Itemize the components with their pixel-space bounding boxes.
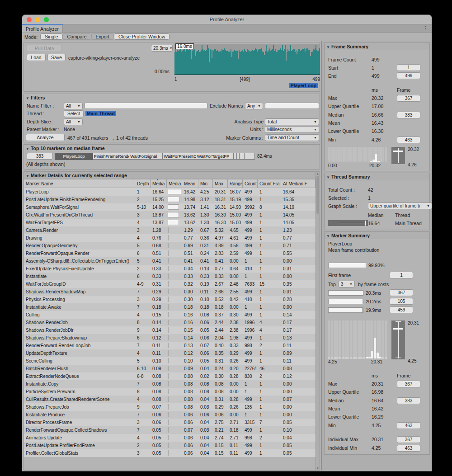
first-frame-button[interactable]: 1 bbox=[390, 272, 413, 278]
marker-histogram[interactable] bbox=[328, 320, 387, 358]
kebab-menu-icon[interactable]: ⋮ bbox=[423, 24, 432, 33]
table-header[interactable]: Marker NameDepthMediaMediaMeanMinMaxRang… bbox=[24, 179, 315, 188]
pull-data-button[interactable]: Pull Data bbox=[27, 45, 62, 52]
table-row[interactable]: FixedUpdate.PhysicsFixedUpdate20.330.340… bbox=[24, 265, 315, 273]
mode-button-compare[interactable]: Compare bbox=[62, 33, 91, 40]
top10-segment[interactable] bbox=[229, 153, 234, 160]
depth-slice-dropdown[interactable]: All▼ bbox=[64, 118, 83, 125]
goto-frame-button[interactable]: 105 bbox=[390, 298, 413, 305]
graph-scale-dropdown[interactable]: Upper quartile of frame ti▼ bbox=[368, 203, 432, 209]
table-row[interactable]: SceneCulling50.100.100.050.310.2649910.1… bbox=[24, 357, 315, 365]
collapse-triangle-icon[interactable]: ▼ bbox=[26, 174, 29, 178]
table-row[interactable]: BatchRenderer.Flush6-100.090.090.040.240… bbox=[24, 365, 315, 372]
marker-boxplot[interactable] bbox=[391, 320, 405, 359]
table-row[interactable]: RenderForward.RenderLoopJob70.110.130.07… bbox=[24, 342, 315, 349]
table-row[interactable]: CullResults.CreateSharedRendererScene40.… bbox=[24, 396, 315, 403]
mode-button-export[interactable]: Export bbox=[91, 33, 114, 40]
goto-frame-button[interactable]: 463 bbox=[397, 137, 420, 143]
goto-frame-button[interactable]: 383 bbox=[397, 112, 420, 118]
top10-segment[interactable] bbox=[245, 153, 255, 160]
column-header-count-fra[interactable]: Count Fra bbox=[258, 179, 281, 188]
table-row[interactable]: Physics.Processing30.290.300.100.520.424… bbox=[24, 296, 315, 303]
marker-columns-dropdown[interactable]: Time and Count▼ bbox=[265, 134, 319, 141]
save-button[interactable]: Save bbox=[47, 54, 66, 61]
column-header-media[interactable]: Media bbox=[167, 179, 182, 188]
table-row[interactable]: ExtractRenderNodeQueue6-80.080.080.020.3… bbox=[24, 372, 315, 380]
table-row[interactable]: Instantiate60.330.330.330.330.00110.00 bbox=[24, 273, 315, 280]
tab-profile-analyzer[interactable]: Profile Analyzer bbox=[22, 24, 63, 33]
top10-segment-playerloop[interactable]: PlayerLoop bbox=[55, 153, 93, 160]
minimize-window-icon[interactable] bbox=[35, 17, 40, 22]
table-row[interactable]: PlayerLoop116.6416.424.2520.3116.0749911… bbox=[24, 188, 315, 196]
frame-histogram[interactable] bbox=[328, 147, 387, 162]
analyze-button[interactable]: Analyze bbox=[26, 134, 65, 141]
top10-marker-bar[interactable]: PlayerLoopFinishFrameRenderinWaitForSign… bbox=[55, 153, 255, 160]
table-row[interactable]: Profiler.CollectGlobalStats30.050.060.04… bbox=[24, 449, 315, 457]
goto-frame-button[interactable]: 367 bbox=[390, 289, 413, 296]
table-row[interactable]: Shadows.RenderJob80.140.160.062.442.3819… bbox=[24, 319, 315, 326]
top10-segment-finishframerenderin[interactable]: FinishFrameRenderin bbox=[93, 153, 129, 160]
mode-button-single[interactable]: Single bbox=[40, 33, 62, 40]
table-row[interactable]: Instantiate.Produce70.060.060.060.060.00… bbox=[24, 411, 315, 419]
table-row[interactable]: Director.ProcessFrame30.060.060.042.752.… bbox=[24, 419, 315, 426]
goto-frame-button[interactable]: 367 bbox=[397, 381, 420, 387]
table-row[interactable]: Culling40.150.160.080.370.3049910.14 bbox=[24, 311, 315, 319]
close-window-icon[interactable] bbox=[27, 17, 32, 22]
mode-button-close-profiler-window[interactable]: Close Profiler Window bbox=[114, 33, 170, 40]
table-row[interactable]: UpdateDepthTexture40.110.120.060.350.294… bbox=[24, 349, 315, 357]
column-header-depth[interactable]: Depth bbox=[135, 179, 151, 188]
column-header-at-median-f[interactable]: At Median F bbox=[281, 179, 315, 188]
table-row[interactable]: Render.OpaqueGeometry50.680.690.314.894.… bbox=[24, 242, 315, 250]
column-header-min[interactable]: Min bbox=[198, 179, 213, 188]
frame-boxplot[interactable] bbox=[391, 147, 405, 164]
scroll-up-icon[interactable]: ▲ bbox=[316, 172, 319, 175]
collapse-triangle-icon[interactable]: ▼ bbox=[26, 96, 29, 100]
table-row[interactable]: Animators.Update40.050.060.042.742.71998… bbox=[24, 434, 315, 442]
thread-select-button[interactable]: Select bbox=[64, 110, 84, 117]
goto-frame-button[interactable]: 463 bbox=[397, 422, 420, 429]
goto-frame-button[interactable]: 463 bbox=[397, 445, 420, 452]
table-row[interactable]: PostLateUpdate.FinishFrameRendering215.2… bbox=[24, 196, 315, 203]
exclude-mode-dropdown[interactable]: Any▼ bbox=[245, 103, 263, 109]
scrollbar-thumb[interactable] bbox=[316, 176, 319, 214]
top10-segment-waitfortargetfps[interactable]: WaitForTargetFPS bbox=[196, 153, 230, 160]
table-row[interactable]: Drawing40.760.770.364.974.6149910.77 bbox=[24, 234, 315, 242]
start-frame-button[interactable]: 1 bbox=[397, 64, 420, 71]
column-header-mean[interactable]: Mean bbox=[182, 179, 198, 188]
table-row[interactable]: WaitForJobGroupID4-90.310.320.192.672.48… bbox=[24, 280, 315, 288]
table-row[interactable]: PostLateUpdate.ProfilerEndFrame20.050.06… bbox=[24, 442, 315, 449]
table-row[interactable]: ParticleSystem.Prewarm80.080.080.080.080… bbox=[24, 388, 315, 396]
table-row[interactable]: RenderForwardOpaque.CollectShadows70.050… bbox=[24, 426, 315, 434]
thread-whisker-graph[interactable] bbox=[328, 220, 368, 226]
units-dropdown[interactable]: Milliseconds▼ bbox=[265, 126, 319, 133]
table-row[interactable]: Assembly-CSharp.dll!::Collectable.OnTrig… bbox=[24, 257, 315, 265]
analysis-type-dropdown[interactable]: Total▼ bbox=[265, 118, 319, 125]
goto-frame-button[interactable]: 383 bbox=[397, 397, 420, 404]
top10-segment[interactable] bbox=[234, 153, 237, 160]
range-scale-dropdown[interactable]: 20.3ms▼ bbox=[151, 45, 173, 52]
load-button[interactable]: Load bbox=[27, 54, 46, 61]
column-header-marker-name[interactable]: Marker Name bbox=[24, 179, 135, 188]
table-row[interactable]: Instantiate.Copy70.080.080.080.080.00110… bbox=[24, 380, 315, 388]
end-frame-button[interactable]: 499 bbox=[397, 72, 420, 79]
name-filter-mode-dropdown[interactable]: All▼ bbox=[64, 103, 83, 109]
collapse-triangle-icon[interactable]: ▼ bbox=[326, 45, 330, 49]
exclude-names-input[interactable] bbox=[265, 103, 319, 109]
table-row[interactable]: Camera.Render31.281.290.675.324.6549911.… bbox=[24, 226, 315, 234]
table-row[interactable]: Gfx.WaitForPresentOnGfxThread313.8713.62… bbox=[24, 211, 315, 219]
collapse-triangle-icon[interactable]: ▼ bbox=[326, 234, 330, 238]
column-header-count[interactable]: Count bbox=[243, 179, 258, 188]
table-row[interactable]: RenderForwardOpaque.Render60.510.510.242… bbox=[24, 250, 315, 257]
goto-frame-button[interactable]: 367 bbox=[397, 95, 420, 102]
column-header-media[interactable]: Media bbox=[151, 179, 167, 188]
table-row[interactable]: Semaphore.WaitForSignal5-1014.0013.741.4… bbox=[24, 203, 315, 211]
collapse-triangle-icon[interactable]: ▼ bbox=[26, 147, 29, 151]
name-filter-input[interactable] bbox=[85, 103, 207, 109]
top10-segment-waitforsignal[interactable]: WaitForSignal bbox=[129, 153, 163, 160]
goto-frame-button[interactable]: 459 bbox=[390, 306, 413, 313]
table-row[interactable]: Shadows.RenderShadowMap70.290.300.112.66… bbox=[24, 288, 315, 296]
median-frame-button[interactable]: 383 bbox=[27, 153, 53, 160]
frame-time-chart[interactable] bbox=[174, 44, 320, 75]
top10-segment-waitforpresentong[interactable]: WaitForPresentOnG bbox=[163, 153, 196, 160]
collapse-triangle-icon[interactable]: ▼ bbox=[326, 175, 330, 179]
